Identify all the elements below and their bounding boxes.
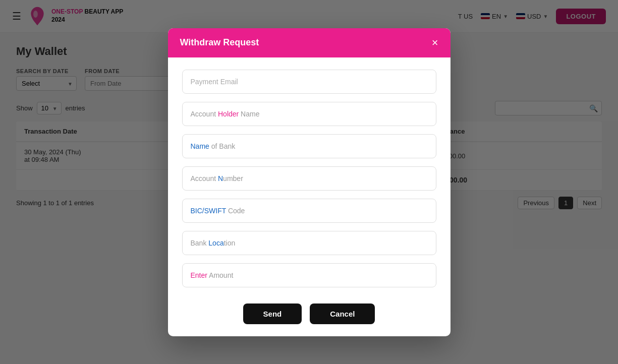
modal-header: Withdraw Request × (168, 28, 451, 57)
withdraw-modal: Withdraw Request × Account Holder Name N… (168, 28, 451, 336)
bank-name-label: Name of Bank (191, 142, 236, 150)
account-holder-label: Account Holder Name (191, 110, 260, 118)
bic-swift-field[interactable]: BIC/SWIFT Code (182, 199, 436, 223)
payment-email-input[interactable] (191, 78, 428, 86)
account-number-label: Account Number (191, 174, 243, 183)
account-number-field[interactable]: Account Number (182, 166, 436, 191)
cancel-button[interactable]: Cancel (310, 304, 375, 324)
modal-close-button[interactable]: × (432, 37, 438, 48)
modal-body: Account Holder Name Name of Bank Account… (168, 57, 451, 301)
bank-location-field[interactable]: Bank Location (182, 231, 436, 255)
modal-actions: Send Cancel (168, 301, 451, 336)
modal-title: Withdraw Request (180, 37, 259, 48)
bic-swift-label: BIC/SWIFT Code (191, 207, 245, 215)
bank-name-field[interactable]: Name of Bank (182, 134, 436, 158)
payment-email-field[interactable] (182, 70, 436, 94)
account-holder-field[interactable]: Account Holder Name (182, 102, 436, 126)
send-button[interactable]: Send (243, 304, 302, 324)
modal-overlay[interactable]: Withdraw Request × Account Holder Name N… (0, 0, 618, 364)
enter-amount-label: Enter Amount (191, 271, 234, 279)
bank-location-label: Bank Location (191, 239, 236, 247)
enter-amount-field[interactable]: Enter Amount (182, 263, 436, 287)
